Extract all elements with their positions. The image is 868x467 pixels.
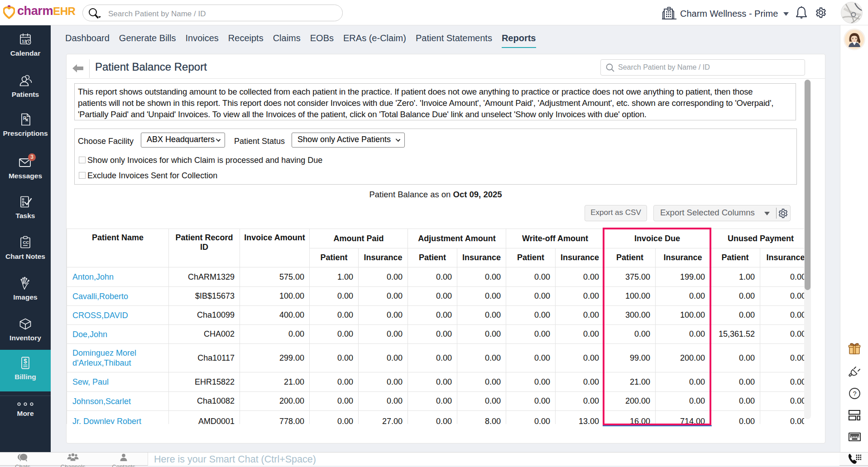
svg-text:CC: CC [23,240,29,245]
svg-text:?: ? [853,390,856,397]
svg-text:$: $ [24,357,27,365]
svg-text:R: R [23,116,27,121]
svg-text:12: 12 [22,38,27,43]
